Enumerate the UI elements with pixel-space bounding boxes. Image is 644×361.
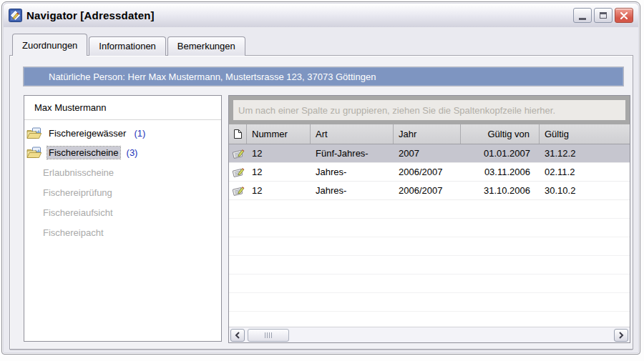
column-header-gueltig-von[interactable]: Gültig von — [461, 124, 540, 144]
grid-header-row: Nummer Art Jahr Gültig von Gültig — [229, 124, 630, 144]
tree-item-erlaubnisscheine: Erlaubnisscheine — [24, 162, 221, 182]
folder-image-icon — [26, 147, 42, 159]
cell-art: Jahres- — [311, 182, 394, 199]
arrow-left-icon — [235, 332, 240, 339]
column-header-art[interactable]: Art — [311, 124, 394, 144]
tree-item-count: (3) — [127, 147, 138, 158]
minimize-icon — [579, 18, 586, 20]
cell-jahr: 2007 — [394, 144, 461, 162]
maximize-icon — [600, 12, 607, 19]
cell-gueltig-bis: 31.12.2 — [540, 144, 630, 162]
cell-jahr: 2006/2007 — [394, 182, 461, 199]
scrollbar-thumb[interactable] — [248, 329, 289, 342]
group-by-panel[interactable]: Um nach einer Spalte zu gruppieren, zieh… — [229, 96, 630, 124]
folder-image-icon — [26, 127, 42, 140]
tree-item-label: Erlaubnisscheine — [42, 167, 115, 179]
close-button[interactable] — [615, 8, 633, 23]
person-summary-text: Natürliche Person: Herr Max Mustermann, … — [49, 71, 376, 82]
cell-art: Fünf-Jahres- — [311, 144, 394, 162]
tree-item-label: Fischereipacht — [42, 227, 105, 239]
note-pencil-icon — [232, 148, 245, 159]
tree-item-fischereischeine[interactable]: Fischereischeine (3) — [24, 143, 221, 162]
table-row[interactable]: 12 Jahres- 2006/2007 03.11.2006 02.11.2 — [229, 163, 630, 182]
grid-empty-area — [229, 200, 630, 327]
tab-zuordnungen[interactable]: Zuordnungen — [12, 34, 87, 56]
minimize-button[interactable] — [573, 8, 592, 23]
title-bar[interactable]: Navigator [Adressdaten] — [4, 4, 638, 27]
document-icon — [233, 129, 243, 139]
scroll-right-button[interactable] — [614, 329, 628, 342]
arrow-right-icon — [618, 332, 624, 339]
tree-item-label: Fischereiaufsicht — [42, 207, 114, 219]
table-row[interactable]: 12 Jahres- 2006/2007 31.10.2006 30.10.2 — [229, 182, 630, 200]
maximize-button[interactable] — [594, 8, 613, 23]
note-pencil-icon — [232, 185, 245, 197]
cell-nummer: 12 — [247, 163, 311, 181]
column-header-icon[interactable] — [229, 124, 247, 144]
tree-item-label: Fischereischeine — [47, 147, 120, 159]
tab-bemerkungen[interactable]: Bemerkungen — [167, 36, 245, 56]
cell-gueltig-von: 31.10.2006 — [461, 182, 540, 199]
thumb-grip — [265, 332, 265, 338]
cell-art: Jahres- — [311, 163, 394, 181]
column-header-jahr[interactable]: Jahr — [394, 124, 461, 144]
note-pencil-icon — [232, 167, 245, 178]
table-row[interactable]: 12 Fünf-Jahres- 2007 01.01.2007 31.12.2 — [229, 144, 630, 163]
tree-item-label: Fischereiprüfung — [42, 187, 114, 199]
tab-informationen[interactable]: Informationen — [89, 36, 166, 56]
tree-root-label: Max Mustermann — [24, 96, 221, 120]
cell-gueltig-von: 03.11.2006 — [461, 163, 540, 181]
tree-item-fischereiprüfung: Fischereiprüfung — [24, 182, 221, 202]
column-header-nummer[interactable]: Nummer — [247, 124, 311, 144]
tab-strip: ZuordnungenInformationenBemerkungen — [12, 34, 245, 56]
navigator-window: Navigator [Adressdaten] ZuordnungenInfor… — [1, 1, 640, 355]
tree-list: Fischereigewässer (1) Fischereischeine (… — [24, 120, 221, 242]
window-title: Navigator [Adressdaten] — [26, 9, 155, 21]
tree-item-fischereipacht: Fischereipacht — [24, 222, 221, 242]
close-icon — [620, 12, 628, 19]
records-grid-panel: Um nach einer Spalte zu gruppieren, zieh… — [228, 95, 630, 343]
cell-jahr: 2006/2007 — [394, 163, 461, 181]
tree-item-label: Fischereigewässer — [47, 127, 127, 139]
navigation-tree-panel: Max Mustermann Fischereigewässer (1) Fis… — [24, 95, 222, 342]
tree-item-count: (1) — [134, 128, 145, 139]
app-edit-icon — [9, 9, 22, 22]
horizontal-scrollbar[interactable] — [229, 327, 630, 342]
person-summary-bar: Natürliche Person: Herr Max Mustermann, … — [24, 67, 623, 86]
grid-body: 12 Fünf-Jahres- 2007 01.01.2007 31.12.2 … — [229, 144, 630, 200]
tab-page-zuordnungen: Natürliche Person: Herr Max Mustermann, … — [9, 55, 633, 350]
cell-gueltig-bis: 02.11.2 — [540, 163, 630, 181]
tree-item-fischereigewässer[interactable]: Fischereigewässer (1) — [24, 124, 221, 143]
cell-gueltig-bis: 30.10.2 — [540, 182, 630, 199]
cell-nummer: 12 — [247, 182, 311, 199]
group-by-hint: Um nach einer Spalte zu gruppieren, zieh… — [233, 100, 625, 120]
cell-nummer: 12 — [247, 144, 311, 162]
tree-item-fischereiaufsicht: Fischereiaufsicht — [24, 202, 221, 222]
column-header-gueltig-bis[interactable]: Gültig — [540, 124, 630, 144]
scroll-left-button[interactable] — [230, 329, 245, 342]
cell-gueltig-von: 01.01.2007 — [461, 144, 540, 162]
